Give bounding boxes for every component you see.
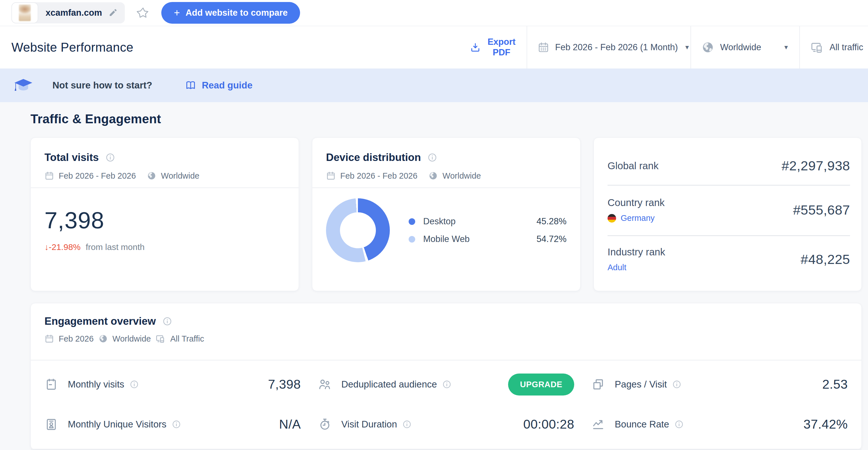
metric-pages-per-visit: Pages / Visit 2.53 (591, 364, 848, 404)
banner-text: Not sure how to start? (53, 80, 152, 91)
top-bar: xcamfan.com + Add website to compare (0, 0, 868, 26)
page-title: Website Performance (11, 40, 133, 55)
visit-duration-value: 00:00:28 (523, 417, 574, 432)
info-icon[interactable] (105, 152, 116, 163)
engagement-header: Engagement overview Feb 2026 (31, 303, 862, 360)
getting-started-banner: Not sure how to start? Read guide (0, 68, 868, 102)
website-performance-page: xcamfan.com + Add website to compare Web… (0, 0, 868, 450)
industry-rank-label: Industry rank (608, 246, 665, 258)
total-visits-change: ↓-21.98% (44, 242, 81, 252)
metric-deduplicated-audience: Deduplicated audience UPGRADE (318, 364, 575, 404)
upgrade-button[interactable]: UPGRADE (508, 373, 575, 395)
graduation-cap-icon (12, 76, 34, 95)
summary-cards-row: Total visits Feb 202 (30, 138, 862, 291)
edit-website-icon[interactable] (108, 8, 117, 18)
mobile-web-value: 54.72% (536, 234, 566, 244)
desktop-legend-dot (409, 218, 415, 225)
globe-icon (428, 171, 438, 180)
device-distribution-title: Device distribution (326, 151, 421, 164)
devices-icon (810, 40, 824, 54)
pages-icon (591, 377, 605, 391)
pages-per-visit-value: 2.53 (822, 377, 848, 392)
calendar-icon (44, 334, 54, 343)
info-icon[interactable] (162, 316, 173, 327)
chevron-down-icon: ▼ (684, 44, 690, 51)
metric-visit-duration: Visit Duration 00:00:28 (318, 404, 575, 444)
bounce-rate-value: 37.42% (803, 417, 848, 432)
main-content: Traffic & Engagement Total visits (0, 102, 868, 450)
device-distribution-card: Device distribution (312, 138, 581, 291)
metric-label: Bounce Rate (615, 419, 669, 430)
global-rank-label: Global rank (608, 160, 658, 171)
mobile-web-legend-dot (409, 236, 415, 243)
info-icon[interactable] (442, 379, 452, 389)
industry-link[interactable]: Adult (608, 263, 626, 272)
calendar-icon (326, 171, 336, 180)
traffic-filter-selector[interactable]: All traffic (799, 26, 868, 68)
industry-rank-value: #48,225 (801, 251, 850, 267)
metric-monthly-visits: Monthly visits 7,398 (44, 364, 301, 404)
compare-button-label: Add website to compare (186, 8, 287, 18)
info-icon[interactable] (402, 419, 412, 429)
total-visits-card: Total visits Feb 202 (30, 138, 299, 291)
book-icon (185, 80, 196, 91)
info-icon[interactable] (674, 419, 684, 429)
info-icon[interactable] (672, 379, 682, 389)
total-visits-change-note: from last month (86, 242, 145, 252)
engagement-traffic: All Traffic (170, 334, 204, 343)
total-visits-region: Worldwide (161, 171, 199, 180)
export-pdf-button[interactable]: Export PDF (459, 26, 527, 68)
chevron-down-icon: ▼ (783, 44, 789, 51)
page-header: Website Performance Export PDF (0, 26, 868, 68)
info-icon[interactable] (172, 419, 181, 429)
globe-icon (701, 41, 714, 54)
read-guide-label: Read guide (202, 80, 252, 91)
audience-people-icon (318, 377, 332, 391)
device-distribution-header: Device distribution (312, 138, 580, 188)
desktop-value: 45.28% (536, 216, 566, 227)
date-range-picker[interactable]: Feb 2026 - Feb 2026 (1 Month) ▼ (527, 26, 690, 68)
website-name: xcamfan.com (45, 8, 102, 18)
calendar-icon (44, 171, 54, 180)
devices-icon (155, 334, 165, 344)
metric-label: Monthly Unique Visitors (68, 419, 166, 430)
total-visits-body: 7,398 ↓-21.98% from last month (31, 188, 299, 252)
country-link[interactable]: Germany (621, 214, 655, 223)
engagement-metrics-grid: Monthly visits 7,398 Deduplicated audien… (31, 360, 862, 444)
traffic-filter-value: All traffic (830, 42, 863, 53)
read-guide-link[interactable]: Read guide (185, 80, 252, 91)
region-value: Worldwide (720, 42, 761, 53)
website-selector-chip[interactable]: xcamfan.com (11, 2, 125, 23)
device-donut-chart (326, 198, 390, 262)
total-visits-title: Total visits (44, 151, 99, 164)
legend-item-desktop: Desktop 45.28% (409, 216, 566, 227)
region-selector[interactable]: Worldwide ▼ (690, 26, 799, 68)
section-title: Traffic & Engagement (30, 112, 862, 126)
monthly-visits-icon (44, 377, 58, 391)
industry-rank-row: Industry rank Adult #48,225 (608, 236, 850, 284)
country-rank-value: #555,687 (793, 202, 850, 218)
stopwatch-icon (318, 418, 332, 431)
info-icon[interactable] (427, 152, 437, 163)
device-distribution-body: Desktop 45.28% Mobile Web 54.72% (312, 188, 580, 262)
unique-visitor-card-icon (44, 418, 58, 431)
monthly-visits-value: 7,398 (268, 377, 301, 392)
engagement-title: Engagement overview (44, 315, 156, 327)
add-website-to-compare-button[interactable]: + Add website to compare (161, 2, 300, 24)
download-icon (470, 42, 481, 53)
monthly-unique-visitors-value: N/A (279, 417, 301, 432)
metric-label: Deduplicated audience (341, 379, 437, 390)
globe-icon (147, 171, 156, 180)
global-rank-value: #2,297,938 (782, 158, 850, 173)
device-legend: Desktop 45.28% Mobile Web 54.72% (409, 209, 566, 252)
engagement-date: Feb 2026 (59, 334, 94, 343)
total-visits-date-range: Feb 2026 - Feb 2026 (59, 171, 136, 180)
favorite-star-icon[interactable] (137, 6, 149, 19)
website-favicon-box (11, 2, 38, 23)
engagement-overview-card: Engagement overview Feb 2026 (30, 303, 862, 450)
mobile-web-label: Mobile Web (423, 234, 470, 244)
germany-flag-icon (608, 214, 616, 223)
country-rank-label: Country rank (608, 197, 664, 208)
info-icon[interactable] (129, 379, 139, 389)
global-rank-row: Global rank #2,297,938 (608, 143, 850, 185)
